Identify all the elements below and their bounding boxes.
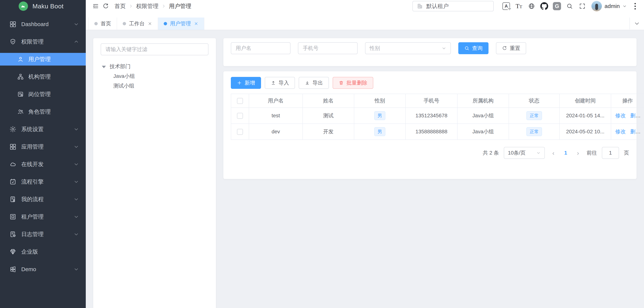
users-icon (17, 108, 24, 115)
edit-link[interactable]: 修改 (615, 113, 626, 119)
tenant-select[interactable]: 默认租户 (412, 1, 494, 11)
org-tree: 技术部门 Java小组 测试小组 (101, 62, 208, 91)
cell-username: dev (249, 124, 302, 140)
reset-button[interactable]: 重置 (496, 42, 526, 54)
close-icon[interactable] (148, 21, 152, 26)
col-actions: 操作 (611, 94, 644, 108)
tab-workbench[interactable]: 工作台 (117, 17, 158, 30)
sidebar-item-label: 应用管理 (21, 143, 74, 151)
tabs-dropdown-button[interactable] (630, 17, 644, 29)
refresh-icon[interactable] (101, 1, 111, 11)
gitee-icon[interactable]: G (552, 1, 562, 11)
chevron-up-icon (74, 39, 79, 44)
sidebar-item-post-mgmt[interactable]: 岗位管理 (0, 88, 86, 101)
sidebar-item-online-dev[interactable]: 在线开发 (0, 158, 86, 170)
page-number[interactable]: 1 (562, 150, 570, 156)
search-icon[interactable] (564, 1, 575, 11)
sidebar-item-label: 日志管理 (21, 231, 74, 238)
breadcrumb-current: 用户管理 (169, 2, 191, 10)
tree-filter-input[interactable] (101, 43, 208, 55)
phone-field[interactable] (298, 42, 358, 54)
col-gender: 性别 (354, 94, 406, 108)
tree-node-java[interactable]: Java小组 (101, 71, 208, 81)
query-button[interactable]: 查询 (458, 42, 488, 54)
tenant-value: 默认租户 (426, 2, 448, 10)
globe-icon[interactable] (526, 1, 536, 11)
cell-created: 2024-05-02 10... (560, 124, 611, 140)
chevron-down-icon (74, 232, 79, 237)
import-button[interactable]: 导入 (265, 77, 295, 89)
prev-page-button[interactable]: ‹ (550, 149, 557, 156)
cell-phone: 13588888888 (406, 124, 457, 140)
sidebar-item-log-mgmt[interactable]: 日志管理 (0, 228, 86, 241)
row-checkbox[interactable] (237, 129, 243, 135)
gem-icon (9, 248, 16, 255)
status-badge: 正常 (526, 127, 542, 136)
sidebar-item-label: 企业版 (21, 248, 79, 256)
sidebar-item-permission[interactable]: 权限管理 (0, 35, 86, 48)
org-tree-icon (17, 73, 24, 80)
table-header-row: 用户名 姓名 性别 手机号 所属机构 状态 创建时间 操作 (231, 94, 644, 108)
table-row[interactable]: test 测试 男 13512345678 Java小组 正常 2024-01-… (231, 108, 644, 124)
gender-select-placeholder: 性别 (370, 45, 380, 52)
row-checkbox[interactable] (237, 113, 243, 119)
goto-page-input[interactable] (602, 147, 619, 159)
chevron-down-icon (536, 151, 541, 155)
table-row[interactable]: dev 开发 男 13588888888 Java小组 正常 2024-05-0… (231, 124, 644, 140)
chevron-down-icon (442, 46, 446, 51)
sidebar-item-demo[interactable]: Demo (0, 263, 86, 276)
user-name: admin (604, 3, 620, 9)
sidebar-item-my-flows[interactable]: 我的流程 (0, 193, 86, 206)
breadcrumb-permission[interactable]: 权限管理 (136, 2, 158, 10)
collapse-sidebar-icon[interactable] (90, 1, 101, 11)
fullscreen-icon[interactable] (577, 1, 587, 11)
export-button[interactable]: 导出 (299, 77, 329, 89)
sidebar-item-workflow[interactable]: 流程引擎 (0, 175, 86, 188)
cell-name: 测试 (302, 108, 354, 124)
page-unit-label: 页 (624, 149, 629, 156)
tab-user-mgmt[interactable]: 用户管理 (158, 17, 204, 30)
chevron-down-icon (74, 214, 79, 219)
sidebar-item-dashboard[interactable]: Dashboard (0, 18, 86, 30)
sidebar-item-apps[interactable]: 应用管理 (0, 141, 86, 153)
trash-icon (338, 80, 344, 85)
page-size-select[interactable]: 10条/页 (504, 147, 545, 159)
translate-icon[interactable]: A中 (501, 1, 511, 11)
batch-delete-button[interactable]: 批量删除 (333, 77, 373, 89)
github-icon[interactable] (539, 1, 549, 11)
next-page-button[interactable]: › (574, 149, 582, 156)
table-toolbar: 新增 导入 导出 批量删除 (231, 77, 629, 89)
tree-node-root[interactable]: 技术部门 (101, 62, 208, 71)
close-icon[interactable] (194, 21, 198, 26)
app-logo[interactable]: Maku Boot (0, 0, 86, 12)
tab-home[interactable]: 首页 (88, 17, 117, 30)
sidebar-item-user-mgmt[interactable]: 用户管理 (0, 53, 86, 66)
tree-node-label: 测试小组 (113, 82, 134, 89)
apps-grid-icon (9, 143, 16, 150)
add-button[interactable]: 新增 (231, 77, 261, 89)
username-field[interactable] (231, 42, 290, 54)
sidebar-item-system[interactable]: 系统设置 (0, 123, 86, 136)
tree-node-test[interactable]: 测试小组 (101, 81, 208, 91)
user-menu[interactable]: admin (592, 1, 627, 11)
select-all-checkbox[interactable] (237, 98, 243, 104)
more-options-icon[interactable] (631, 1, 639, 11)
sidebar-item-role-mgmt[interactable]: 角色管理 (0, 105, 86, 118)
chevron-down-icon (74, 197, 79, 202)
breadcrumb-home[interactable]: 首页 (114, 2, 126, 10)
delete-link[interactable]: 删除 (630, 129, 641, 135)
delete-link[interactable]: 删除 (630, 113, 641, 119)
demo-grid-icon (9, 266, 16, 273)
sidebar-item-tenant-mgmt[interactable]: 租户管理 (0, 210, 86, 223)
sidebar-item-label: 机构管理 (28, 73, 79, 81)
select-all-cell (231, 94, 249, 108)
org-tree-panel: 技术部门 Java小组 测试小组 (93, 38, 216, 308)
font-size-icon[interactable]: TT (514, 1, 524, 11)
gender-select[interactable]: 性别 (365, 42, 451, 54)
edit-link[interactable]: 修改 (615, 129, 626, 135)
sidebar-item-org-mgmt[interactable]: 机构管理 (0, 70, 86, 83)
caret-down-icon[interactable] (102, 66, 106, 68)
app-title: Maku Boot (32, 2, 64, 10)
sidebar-item-enterprise[interactable]: 企业版 (0, 245, 86, 258)
gender-tag: 男 (374, 127, 386, 136)
